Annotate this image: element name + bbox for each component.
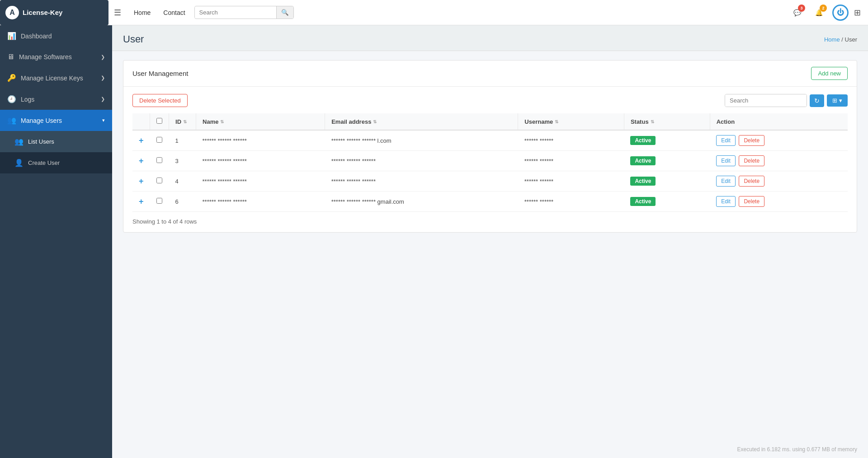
row-checkbox[interactable] <box>156 178 162 183</box>
expand-cell[interactable]: + <box>132 192 150 212</box>
sort-icon: ⇅ <box>555 119 558 124</box>
sort-icon: ⇅ <box>373 119 377 124</box>
sidebar-item-manage-users[interactable]: 👥 Manage Users ▾ <box>0 110 112 131</box>
card-header: User Management Add new <box>123 61 857 87</box>
menu-toggle-button[interactable]: ☰ <box>114 8 121 18</box>
breadcrumb-separator: / <box>841 36 844 43</box>
refresh-button[interactable]: ↻ <box>810 94 824 107</box>
sidebar-subitem-label: Create User <box>28 159 105 166</box>
navbar-search-input[interactable] <box>195 7 276 18</box>
row-username: ****** ****** <box>518 151 624 171</box>
row-email: ****** ****** ****** gmail.com <box>325 192 518 212</box>
select-all-checkbox[interactable] <box>156 118 162 124</box>
row-checkbox-cell <box>150 192 169 212</box>
row-checkbox-cell <box>150 151 169 171</box>
edit-button[interactable]: Edit <box>716 135 736 146</box>
row-actions: Edit Delete <box>710 151 848 171</box>
sidebar-item-logs[interactable]: 🕘 Logs ❯ <box>0 89 112 110</box>
delete-selected-button[interactable]: Delete Selected <box>132 94 188 107</box>
status-badge: Active <box>630 177 656 186</box>
row-name: ****** ****** ****** <box>196 192 325 212</box>
showing-text: Showing 1 to 4 of 4 rows <box>132 218 848 225</box>
table-row: + 3 ****** ****** ****** ****** ****** *… <box>132 151 848 171</box>
edit-button[interactable]: Edit <box>716 155 736 166</box>
table-row: + 4 ****** ****** ****** ****** ****** *… <box>132 171 848 192</box>
row-email: ****** ****** ****** <box>325 171 518 192</box>
sidebar-subitem-label: List Users <box>28 138 105 145</box>
sidebar-item-label: Manage Softwares <box>19 53 96 61</box>
chevron-down-icon: ▾ <box>102 117 105 123</box>
row-id: 4 <box>169 171 196 192</box>
row-name: ****** ****** ****** <box>196 130 325 151</box>
sidebar-item-manage-softwares[interactable]: 🖥 Manage Softwares ❯ <box>0 47 112 67</box>
row-status: Active <box>624 171 710 192</box>
sidebar-item-label: Dashboard <box>21 33 105 40</box>
main-nav: Home Contact <box>128 6 191 19</box>
sidebar-item-manage-license-keys[interactable]: 🔑 Manage License Keys ❯ <box>0 67 112 89</box>
breadcrumb-home-link[interactable]: Home <box>824 36 840 43</box>
th-name: Name ⇅ <box>196 113 325 130</box>
sidebar-item-label: Manage Users <box>21 117 98 124</box>
th-username: Username ⇅ <box>518 113 624 130</box>
th-status: Status ⇅ <box>624 113 710 130</box>
chevron-icon: ❯ <box>101 75 105 81</box>
sidebar: 📊 Dashboard 🖥 Manage Softwares ❯ 🔑 Manag… <box>0 25 112 458</box>
th-checkbox <box>150 113 169 130</box>
expand-cell[interactable]: + <box>132 171 150 192</box>
delete-button[interactable]: Delete <box>739 155 764 166</box>
navbar-search-button[interactable]: 🔍 <box>276 6 293 19</box>
row-username: ****** ****** <box>518 130 624 151</box>
delete-button[interactable]: Delete <box>739 196 764 207</box>
row-status: Active <box>624 130 710 151</box>
page-header: User Home / User <box>112 25 868 51</box>
notifications-button[interactable]: 🔔 2 <box>811 5 827 21</box>
row-id: 3 <box>169 151 196 171</box>
edit-button[interactable]: Edit <box>716 196 736 207</box>
chevron-icon: ❯ <box>101 54 105 60</box>
power-button[interactable]: ⏻ <box>832 5 849 21</box>
navbar-search: 🔍 <box>194 6 294 19</box>
row-status: Active <box>624 192 710 212</box>
sort-icon: ⇅ <box>220 119 224 124</box>
grid-icon[interactable]: ⊞ <box>854 8 861 18</box>
messages-button[interactable]: 💬 3 <box>789 5 805 21</box>
brand-icon: A <box>5 6 19 19</box>
manage-users-icon: 👥 <box>7 116 16 125</box>
row-actions: Edit Delete <box>710 192 848 212</box>
row-email: ****** ****** ****** <box>325 151 518 171</box>
sidebar-item-dashboard[interactable]: 📊 Dashboard <box>0 25 112 47</box>
nav-contact[interactable]: Contact <box>158 6 190 19</box>
columns-button[interactable]: ⊞ ▾ <box>827 94 848 107</box>
table-search-input[interactable] <box>725 94 807 107</box>
table-row: + 6 ****** ****** ****** ****** ****** *… <box>132 192 848 212</box>
navbar: A License-Key ☰ Home Contact 🔍 💬 3 🔔 2 ⏻… <box>0 0 868 25</box>
sidebar-submenu: 👥 List Users 👤 Create User <box>0 131 112 173</box>
row-email: ****** ****** ****** l.com <box>325 130 518 151</box>
toolbar-right: ↻ ⊞ ▾ <box>725 94 848 107</box>
row-id: 1 <box>169 130 196 151</box>
row-username: ****** ****** <box>518 171 624 192</box>
expand-cell[interactable]: + <box>132 151 150 171</box>
expand-cell[interactable]: + <box>132 130 150 151</box>
user-management-card: User Management Add new Delete Selected … <box>123 60 857 233</box>
delete-button[interactable]: Delete <box>739 176 764 187</box>
delete-button[interactable]: Delete <box>739 135 764 146</box>
th-expand <box>132 113 150 130</box>
page-title: User <box>123 33 144 45</box>
footer-exec: Executed in 6.182 ms. using 0.677 MB of … <box>112 441 868 458</box>
sidebar-item-list-users[interactable]: 👥 List Users <box>0 131 112 152</box>
sidebar-item-create-user[interactable]: 👤 Create User <box>0 152 112 173</box>
row-actions: Edit Delete <box>710 130 848 151</box>
add-new-button[interactable]: Add new <box>811 67 848 80</box>
nav-home[interactable]: Home <box>128 6 156 19</box>
th-email: Email address ⇅ <box>325 113 518 130</box>
list-users-icon: 👥 <box>14 137 24 146</box>
chevron-icon: ❯ <box>101 96 105 102</box>
create-user-icon: 👤 <box>14 159 24 167</box>
row-checkbox[interactable] <box>156 198 162 204</box>
navbar-right: 💬 3 🔔 2 ⏻ ⊞ <box>789 5 861 21</box>
messages-badge: 3 <box>798 5 805 12</box>
edit-button[interactable]: Edit <box>716 176 736 187</box>
row-checkbox[interactable] <box>156 157 162 163</box>
row-checkbox[interactable] <box>156 137 162 143</box>
